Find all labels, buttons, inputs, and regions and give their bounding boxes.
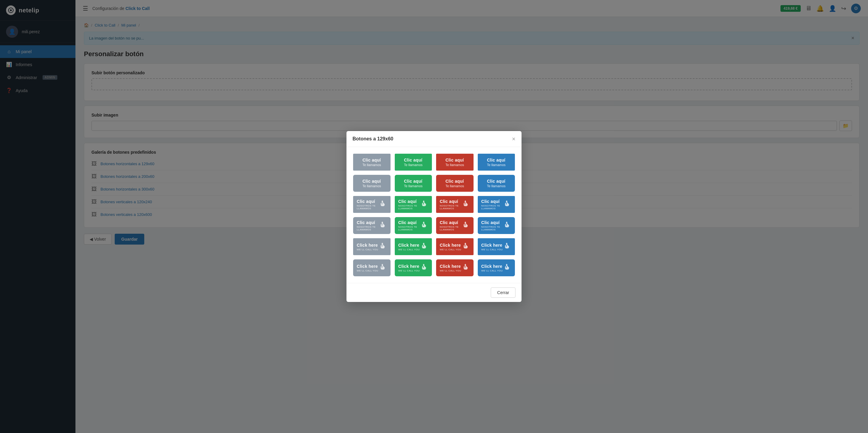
btn-hand-icon-15 (503, 221, 511, 230)
btn-preview-17[interactable]: Click hereWE´LL CALL YOU (394, 238, 433, 256)
btn-preview-19[interactable]: Click hereWE´LL CALL YOU (477, 238, 516, 256)
btn-preview-4[interactable]: Clic aquíTe llamamos (352, 174, 391, 192)
btn-line2small-11: NOSOTROS TE LLAMAMOS (482, 204, 504, 210)
btn-hand-icon-17 (421, 242, 428, 252)
btn-hand-icon-21 (421, 263, 428, 273)
btn-hand-icon-18 (462, 242, 470, 252)
btn-line1-18: Click here (440, 243, 461, 248)
modal-body: Clic aquíTe llamamosClic aquíTe llamamos… (346, 147, 522, 283)
btn-line1-20: Click here (357, 264, 378, 269)
btn-line1-17: Click here (398, 243, 420, 248)
cerrar-button[interactable]: Cerrar (491, 287, 516, 298)
btn-line2small-8: NOSOTROS TE LLAMAMOS (357, 204, 379, 210)
btn-preview-22[interactable]: Click hereWE´LL CALL YOU (435, 259, 474, 277)
btn-hand-icon-13 (421, 221, 428, 230)
btn-hand-icon-11 (503, 200, 511, 209)
btn-line1-0: Clic aquí (363, 157, 381, 163)
btn-hand-icon-16 (379, 242, 387, 252)
btn-line1-15: Clic aquí (482, 220, 504, 225)
btn-preview-15[interactable]: Clic aquíNOSOTROS TE LLAMAMOS (477, 216, 516, 235)
btn-line2small-20: WE´LL CALL YOU (357, 269, 378, 272)
btn-preview-1[interactable]: Clic aquíTe llamamos (394, 153, 433, 171)
btn-preview-12[interactable]: Clic aquíNOSOTROS TE LLAMAMOS (352, 216, 391, 235)
btn-line1-21: Click here (398, 264, 420, 269)
btn-preview-16[interactable]: Click hereWE´LL CALL YOU (352, 238, 391, 256)
btn-preview-13[interactable]: Clic aquíNOSOTROS TE LLAMAMOS (394, 216, 433, 235)
btn-line2small-12: NOSOTROS TE LLAMAMOS (357, 226, 379, 231)
btn-preview-20[interactable]: Click hereWE´LL CALL YOU (352, 259, 391, 277)
btn-line1-6: Clic aquí (445, 179, 464, 183)
btn-line1-22: Click here (440, 264, 461, 269)
btn-hand-icon-23 (503, 263, 511, 273)
btn-preview-2[interactable]: Clic aquíTe llamamos (435, 153, 474, 171)
btn-line2small-23: WE´LL CALL YOU (482, 269, 503, 272)
btn-preview-7[interactable]: Clic aquíTe llamamos (477, 174, 516, 192)
btn-line1-13: Clic aquí (398, 220, 421, 225)
btn-preview-23[interactable]: Click hereWE´LL CALL YOU (477, 259, 516, 277)
btn-line1-3: Clic aquí (487, 157, 505, 163)
btn-hand-icon-8 (379, 200, 387, 209)
btn-line2small-14: NOSOTROS TE LLAMAMOS (440, 226, 462, 231)
btn-line1-7: Clic aquí (487, 179, 505, 183)
btn-line1-1: Clic aquí (404, 157, 423, 163)
btn-line1-19: Click here (482, 243, 503, 248)
modal-header: Botones a 129x60 × (346, 131, 522, 147)
btn-line1-23: Click here (482, 264, 503, 269)
btn-hand-icon-22 (462, 263, 470, 273)
btn-line2-0: Te llamamos (363, 163, 381, 167)
btn-line2-3: Te llamamos (487, 163, 505, 167)
btn-line1-11: Clic aquí (482, 199, 504, 204)
btn-line1-8: Clic aquí (357, 199, 379, 204)
btn-line1-9: Clic aquí (398, 199, 421, 204)
btn-line2small-10: NOSOTROS TE LLAMAMOS (440, 204, 462, 210)
btn-line2small-22: WE´LL CALL YOU (440, 269, 461, 272)
modal-close-icon[interactable]: × (512, 136, 516, 142)
btn-line1-10: Clic aquí (440, 199, 462, 204)
btn-preview-0[interactable]: Clic aquíTe llamamos (352, 153, 391, 171)
modal-overlay[interactable]: Botones a 129x60 × Clic aquíTe llamamosC… (0, 0, 868, 433)
btn-line1-4: Clic aquí (363, 179, 381, 183)
btn-line2small-9: NOSOTROS TE LLAMAMOS (398, 204, 421, 210)
btn-line2small-21: WE´LL CALL YOU (398, 269, 420, 272)
btn-line1-14: Clic aquí (440, 220, 462, 225)
btn-hand-icon-10 (462, 200, 470, 209)
btn-hand-icon-12 (379, 221, 387, 230)
btn-line2-1: Te llamamos (404, 163, 423, 167)
btn-line2small-16: WE´LL CALL YOU (357, 248, 378, 251)
btn-line1-5: Clic aquí (404, 179, 423, 183)
button-grid: Clic aquíTe llamamosClic aquíTe llamamos… (352, 153, 516, 277)
btn-line1-12: Clic aquí (357, 220, 379, 225)
btn-preview-21[interactable]: Click hereWE´LL CALL YOU (394, 259, 433, 277)
btn-line2-4: Te llamamos (363, 184, 381, 188)
btn-line1-16: Click here (357, 243, 378, 248)
modal-dialog: Botones a 129x60 × Clic aquíTe llamamosC… (346, 131, 522, 302)
btn-line2small-13: NOSOTROS TE LLAMAMOS (398, 226, 421, 231)
btn-hand-icon-14 (462, 221, 470, 230)
btn-hand-icon-19 (503, 242, 511, 252)
btn-preview-6[interactable]: Clic aquíTe llamamos (435, 174, 474, 192)
btn-preview-10[interactable]: Clic aquíNOSOTROS TE LLAMAMOS (435, 195, 474, 213)
btn-preview-9[interactable]: Clic aquíNOSOTROS TE LLAMAMOS (394, 195, 433, 213)
btn-line2-2: Te llamamos (445, 163, 464, 167)
btn-hand-icon-20 (379, 263, 387, 273)
btn-line2small-17: WE´LL CALL YOU (398, 248, 420, 251)
btn-line2small-19: WE´LL CALL YOU (482, 248, 503, 251)
btn-preview-18[interactable]: Click hereWE´LL CALL YOU (435, 238, 474, 256)
btn-line1-2: Clic aquí (445, 157, 464, 163)
modal-title: Botones a 129x60 (352, 136, 393, 142)
btn-preview-11[interactable]: Clic aquíNOSOTROS TE LLAMAMOS (477, 195, 516, 213)
btn-line2-6: Te llamamos (445, 184, 464, 188)
modal-footer: Cerrar (346, 283, 522, 302)
btn-preview-5[interactable]: Clic aquíTe llamamos (394, 174, 433, 192)
btn-preview-14[interactable]: Clic aquíNOSOTROS TE LLAMAMOS (435, 216, 474, 235)
btn-preview-8[interactable]: Clic aquíNOSOTROS TE LLAMAMOS (352, 195, 391, 213)
btn-line2-5: Te llamamos (404, 184, 423, 188)
btn-hand-icon-9 (421, 200, 428, 209)
btn-preview-3[interactable]: Clic aquíTe llamamos (477, 153, 516, 171)
btn-line2small-18: WE´LL CALL YOU (440, 248, 461, 251)
btn-line2small-15: NOSOTROS TE LLAMAMOS (482, 226, 504, 231)
btn-line2-7: Te llamamos (487, 184, 505, 188)
